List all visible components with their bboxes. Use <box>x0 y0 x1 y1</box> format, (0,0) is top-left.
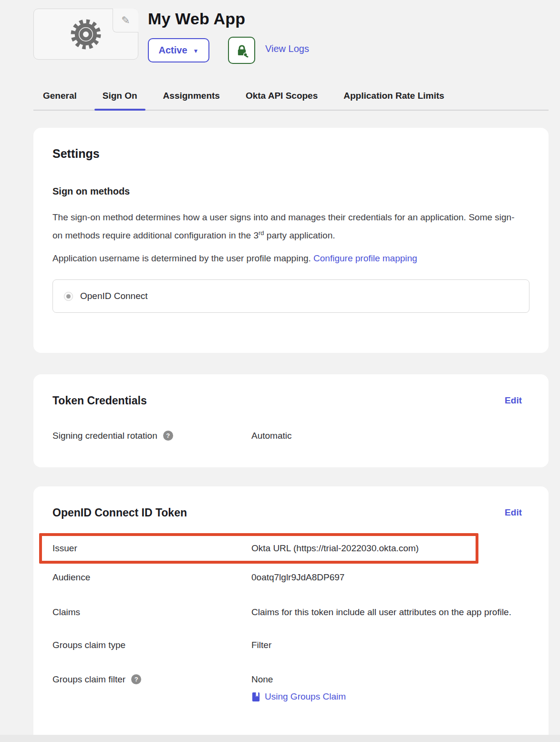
mapping-text: Application username is determined by th… <box>52 253 313 263</box>
view-logs-link[interactable]: View Logs <box>265 43 309 54</box>
radio-selected-icon[interactable] <box>64 292 73 301</box>
row-label-text: Signing credential rotation <box>52 429 157 443</box>
audience-row: Audience 0oatq7lglr9JdA8DP697 <box>52 571 529 584</box>
groups-claim-type-row: Groups claim type Filter <box>52 639 529 652</box>
ordinal-superscript: rd <box>259 229 264 237</box>
token-credentials-title: Token Credentials <box>52 394 529 407</box>
signing-credential-rotation-row: Signing credential rotation ? Automatic <box>52 429 529 443</box>
tab-application-rate-limits[interactable]: Application Rate Limits <box>343 89 444 110</box>
tab-okta-api-scopes[interactable]: Okta API Scopes <box>246 89 318 110</box>
id-token-title: OpenID Connect ID Token <box>52 506 529 519</box>
app-status-dropdown[interactable]: Active ▼ <box>148 38 209 62</box>
groups-claim-type-value: Filter <box>251 639 271 652</box>
pencil-icon: ✎ <box>121 14 130 27</box>
claims-value: Claims for this token include all user a… <box>251 606 511 619</box>
openid-id-token-card: OpenID Connect ID Token Edit Issuer Okta… <box>33 486 549 742</box>
using-groups-claim-link[interactable]: Using Groups Claim <box>251 690 346 703</box>
row-label: Audience <box>52 571 251 584</box>
description-text-end: party application. <box>264 230 335 240</box>
gear-logo-icon <box>69 17 103 52</box>
status-label: Active <box>159 45 187 56</box>
chevron-down-icon: ▼ <box>193 47 199 54</box>
admin-toggle-button[interactable] <box>228 37 255 64</box>
sign-on-method-description: The sign-on method determines how a user… <box>52 209 518 243</box>
screenshot-bottom-strip <box>0 735 560 742</box>
issuer-row-highlighted: Issuer Okta URL (https://trial-2022030.o… <box>39 533 478 564</box>
link-label: Using Groups Claim <box>265 690 346 703</box>
row-label-text: Groups claim filter <box>52 673 125 686</box>
app-logo-tile: ✎ <box>33 9 138 60</box>
filter-value-text: None <box>251 673 346 686</box>
configure-profile-mapping-link[interactable]: Configure profile mapping <box>313 253 417 263</box>
tab-general[interactable]: General <box>43 89 77 110</box>
claims-row: Claims Claims for this token include all… <box>52 606 529 619</box>
id-token-edit-link[interactable]: Edit <box>505 507 522 518</box>
app-tabbar: General Sign On Assignments Okta API Sco… <box>33 89 549 111</box>
help-icon[interactable]: ? <box>163 431 173 441</box>
page-title: My Web App <box>148 10 245 28</box>
groups-claim-filter-row: Groups claim filter ? None Using Groups … <box>52 673 529 703</box>
audience-value: 0oatq7lglr9JdA8DP697 <box>251 571 344 584</box>
row-label: Groups claim type <box>52 639 251 652</box>
token-credentials-edit-link[interactable]: Edit <box>505 395 522 406</box>
help-icon[interactable]: ? <box>131 674 141 684</box>
row-value: Automatic <box>251 429 291 443</box>
groups-claim-filter-value: None Using Groups Claim <box>251 673 346 703</box>
method-option-label: OpenID Connect <box>80 291 148 301</box>
row-label: Signing credential rotation ? <box>52 429 251 443</box>
tab-sign-on[interactable]: Sign On <box>103 89 137 110</box>
book-icon <box>251 692 260 702</box>
lock-key-icon <box>235 43 249 58</box>
row-label: Groups claim filter ? <box>52 673 251 686</box>
username-mapping-description: Application username is determined by th… <box>52 250 529 266</box>
issuer-value: Okta URL (https://trial-2022030.okta.com… <box>251 542 419 555</box>
row-label: Issuer <box>52 542 251 555</box>
edit-logo-button[interactable]: ✎ <box>113 9 138 32</box>
settings-title: Settings <box>52 147 529 161</box>
token-credentials-card: Token Credentials Edit Signing credentia… <box>33 374 549 467</box>
sign-on-method-option[interactable]: OpenID Connect <box>52 279 529 313</box>
settings-card: Settings Sign on methods The sign-on met… <box>33 128 549 353</box>
row-label: Claims <box>52 606 251 619</box>
tab-assignments[interactable]: Assignments <box>163 89 220 110</box>
sign-on-methods-heading: Sign on methods <box>52 186 529 197</box>
